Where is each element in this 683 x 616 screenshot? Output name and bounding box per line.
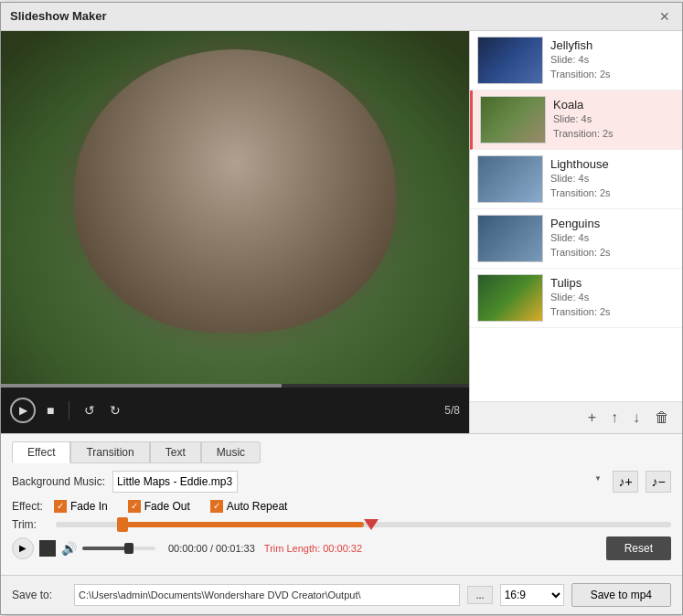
tab-text[interactable]: Text: [150, 441, 201, 463]
move-down-button[interactable]: ↓: [629, 408, 644, 428]
slide-name: Penguins: [550, 217, 675, 230]
save-path-input[interactable]: [74, 584, 460, 606]
slide-info: Penguins Slide: 4sTransition: 2s: [550, 217, 675, 260]
stop-button[interactable]: ■: [43, 399, 58, 421]
slide-name: Koala: [553, 98, 675, 112]
save-row: Save to: ... 16:9 4:3 1:1 Save to mp4: [1, 575, 682, 614]
trim-fill: [117, 522, 363, 527]
control-separator: [69, 401, 69, 420]
main-window: Slideshow Maker ✕ ▶ ■ ↺ ↻ 5/8: [0, 2, 683, 615]
list-item[interactable]: Jellyfish Slide: 4sTransition: 2s: [470, 31, 682, 90]
trim-length-value: 00:00:32: [323, 543, 362, 554]
fade-in-label: Fade In: [70, 500, 108, 513]
fade-out-checkbox[interactable]: ✓: [128, 500, 141, 513]
delete-slide-button[interactable]: 🗑: [651, 408, 673, 428]
trim-label: Trim:: [12, 518, 48, 531]
video-panel: ▶ ■ ↺ ↻ 5/8: [1, 31, 469, 433]
progress-fill: [1, 384, 282, 388]
music-label: Background Music:: [12, 475, 105, 488]
slide-thumbnail: [477, 155, 543, 203]
playback-row: ▶ 🔊 00:00:00 / 00:01:33 Trim Length: 00:…: [12, 536, 671, 560]
slide-name: Lighthouse: [550, 157, 675, 171]
music-select[interactable]: Little Maps - Eddie.mp3: [112, 471, 238, 493]
list-item[interactable]: Koala Slide: 4sTransition: 2s: [470, 90, 682, 150]
slide-name: Jellyfish: [550, 38, 675, 52]
tab-music[interactable]: Music: [201, 441, 261, 463]
time-total: 00:01:33: [216, 543, 255, 554]
volume-handle[interactable]: [124, 543, 133, 554]
trim-row: Trim:: [12, 518, 671, 531]
trim-length-label: Trim Length:: [264, 543, 320, 554]
koala-image: [74, 49, 396, 333]
trim-handle-left[interactable]: [117, 517, 128, 532]
fade-in-checkbox[interactable]: ✓: [54, 500, 67, 513]
slide-meta: Slide: 4sTransition: 2s: [550, 230, 675, 260]
slide-meta: Slide: 4sTransition: 2s: [550, 52, 675, 82]
browse-button[interactable]: ...: [467, 586, 492, 604]
move-up-button[interactable]: ↑: [607, 408, 622, 428]
slide-counter: 5/8: [444, 404, 460, 417]
slide-name: Tulips: [550, 276, 675, 290]
time-current: 00:00:00: [168, 543, 208, 554]
titlebar: Slideshow Maker ✕: [1, 3, 682, 31]
window-title: Slideshow Maker: [10, 9, 106, 23]
list-item[interactable]: Lighthouse Slide: 4sTransition: 2s: [470, 150, 682, 209]
slide-thumbnail: [477, 274, 543, 322]
save-label: Save to:: [12, 589, 67, 601]
music-select-wrapper: Little Maps - Eddie.mp3: [112, 471, 605, 493]
effect-label: Effect:: [12, 500, 48, 513]
effect-row: Effect: ✓ Fade In ✓ Fade Out ✓ Auto Repe…: [12, 500, 671, 513]
progress-bar[interactable]: [1, 384, 469, 388]
time-display: 00:00:00 / 00:01:33: [168, 543, 255, 554]
fade-out-label: Fade Out: [144, 500, 190, 513]
fade-out-item: ✓ Fade Out: [128, 500, 190, 513]
slide-info: Tulips Slide: 4sTransition: 2s: [550, 276, 675, 320]
forward-button[interactable]: ↻: [106, 399, 124, 421]
music-add-button[interactable]: ♪+: [613, 471, 638, 493]
main-area: ▶ ■ ↺ ↻ 5/8 Jellyfish Slide: 4sTransitio…: [1, 31, 682, 433]
music-remove-button[interactable]: ♪−: [646, 471, 671, 493]
list-item[interactable]: Penguins Slide: 4sTransition: 2s: [470, 209, 682, 269]
auto-repeat-label: Auto Repeat: [227, 500, 288, 513]
slide-meta: Slide: 4sTransition: 2s: [550, 290, 675, 320]
slide-meta: Slide: 4sTransition: 2s: [550, 171, 675, 201]
tabs: Effect Transition Text Music: [12, 441, 671, 463]
slide-list-actions: + ↑ ↓ 🗑: [470, 401, 682, 433]
reset-button[interactable]: Reset: [606, 536, 671, 560]
slide-thumbnail: [480, 96, 546, 143]
trim-length-display: Trim Length: 00:00:32: [264, 543, 362, 554]
auto-repeat-checkbox[interactable]: ✓: [210, 500, 223, 513]
tab-effect[interactable]: Effect: [12, 441, 70, 463]
aspect-ratio-select[interactable]: 16:9 4:3 1:1: [500, 584, 564, 606]
fade-in-item: ✓ Fade In: [54, 500, 108, 513]
volume-icon: 🔊: [61, 541, 77, 556]
slide-list-scroll[interactable]: Jellyfish Slide: 4sTransition: 2s Koala …: [470, 31, 682, 401]
slide-info: Koala Slide: 4sTransition: 2s: [553, 98, 675, 142]
playback-play-button[interactable]: ▶: [12, 537, 34, 559]
play-button[interactable]: ▶: [10, 398, 36, 423]
slide-thumbnail: [477, 37, 543, 84]
music-row: Background Music: Little Maps - Eddie.mp…: [12, 471, 671, 493]
trim-track[interactable]: [56, 522, 671, 527]
volume-track[interactable]: [82, 547, 155, 550]
playback-stop-button[interactable]: [39, 540, 56, 557]
video-controls: ▶ ■ ↺ ↻ 5/8: [1, 388, 469, 433]
bottom-panel: Effect Transition Text Music Background …: [1, 433, 682, 575]
close-button[interactable]: ✕: [656, 8, 673, 25]
auto-repeat-item: ✓ Auto Repeat: [210, 500, 288, 513]
slide-thumbnail: [477, 215, 543, 262]
save-to-mp4-button[interactable]: Save to mp4: [571, 583, 671, 607]
video-preview: [1, 31, 469, 388]
slide-info: Lighthouse Slide: 4sTransition: 2s: [550, 157, 675, 201]
slide-meta: Slide: 4sTransition: 2s: [553, 112, 675, 142]
trim-handle-right[interactable]: [364, 519, 379, 530]
slide-list: Jellyfish Slide: 4sTransition: 2s Koala …: [469, 31, 682, 433]
rewind-button[interactable]: ↺: [80, 399, 99, 421]
slide-info: Jellyfish Slide: 4sTransition: 2s: [550, 38, 675, 82]
list-item[interactable]: Tulips Slide: 4sTransition: 2s: [470, 269, 682, 328]
tab-transition[interactable]: Transition: [70, 441, 149, 463]
add-slide-button[interactable]: +: [584, 408, 600, 428]
